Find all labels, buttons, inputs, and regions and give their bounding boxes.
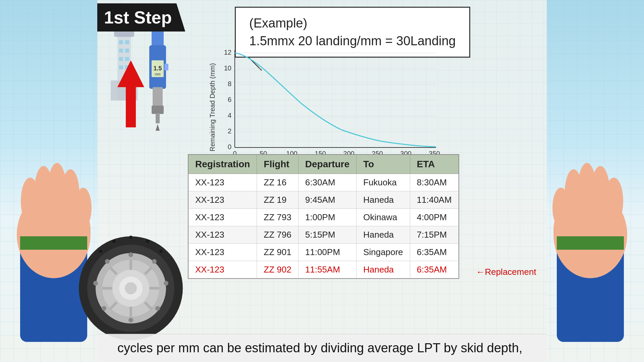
svg-rect-19 xyxy=(152,106,164,114)
cell-registration: XX-123 xyxy=(188,209,257,226)
replacement-label: ←Replacement xyxy=(476,267,536,277)
table-row: XX-123 ZZ 793 1:00PM Okinawa 4:00PM xyxy=(188,209,459,226)
table-row: XX-123 ZZ 19 9:45AM Haneda 11:40AM xyxy=(188,191,459,209)
cell-eta: 11:40AM xyxy=(410,191,459,209)
example-line1: (Example) xyxy=(249,14,456,32)
svg-text:0: 0 xyxy=(228,143,231,150)
col-to: To xyxy=(357,155,410,174)
subtitle-text: cycles per mm can be estimated by dividi… xyxy=(117,341,522,355)
svg-rect-20 xyxy=(156,113,160,123)
cell-registration: XX-123 xyxy=(188,191,257,209)
svg-point-44 xyxy=(105,259,110,264)
step-label: 1st Step xyxy=(104,8,172,27)
col-departure: Departure xyxy=(298,155,356,174)
cell-eta-red: 6:35AM xyxy=(410,261,459,279)
svg-text:10: 10 xyxy=(224,64,231,72)
cell-flight: ZZ 796 xyxy=(257,226,298,244)
replacement-arrow: ←Replacement xyxy=(476,267,536,277)
cell-departure: 11:00PM xyxy=(298,244,356,261)
svg-point-48 xyxy=(159,250,163,253)
cell-flight: ZZ 16 xyxy=(257,174,298,191)
col-registration: Registration xyxy=(188,155,257,174)
cell-to: Okinawa xyxy=(357,209,410,226)
cell-registration: XX-123 xyxy=(188,226,257,244)
svg-text:6: 6 xyxy=(228,96,231,103)
table-row-replacement: XX-123 ZZ 902 11:55AM Haneda 6:35AM xyxy=(188,261,459,279)
cell-departure: 5:15PM xyxy=(298,226,356,244)
svg-rect-67 xyxy=(557,236,624,250)
cell-eta: 7:15PM xyxy=(410,226,459,244)
cell-departure: 1:00PM xyxy=(298,209,356,226)
svg-point-47 xyxy=(146,240,149,243)
cell-to-red: Haneda xyxy=(357,261,410,279)
svg-rect-5 xyxy=(119,49,123,53)
cell-departure: 9:45AM xyxy=(298,191,356,209)
cell-departure-red: 11:55AM xyxy=(298,261,356,279)
cell-to: Singapore xyxy=(357,244,410,261)
cell-flight: ZZ 19 xyxy=(257,191,298,209)
svg-rect-4 xyxy=(125,40,129,44)
cell-departure: 6:30AM xyxy=(298,174,356,191)
svg-rect-6 xyxy=(125,49,129,53)
col-eta: ETA xyxy=(410,155,459,174)
svg-point-49 xyxy=(99,250,102,253)
flight-table: Registration Flight Departure To ETA XX-… xyxy=(188,154,459,279)
cell-registration: XX-123 xyxy=(188,244,257,261)
step-banner: 1st Step xyxy=(97,3,185,32)
chart-svg: 0 2 4 6 8 10 12 0 50 100 150 200 250 300… xyxy=(208,44,443,171)
cell-registration-red: XX-123 xyxy=(188,261,257,279)
svg-marker-21 xyxy=(156,124,160,131)
svg-rect-3 xyxy=(119,40,123,44)
flight-table-container: Registration Flight Departure To ETA XX-… xyxy=(188,154,459,279)
svg-point-39 xyxy=(164,281,168,286)
cell-flight: ZZ 793 xyxy=(257,209,298,226)
svg-point-28 xyxy=(125,282,137,294)
cell-flight-red: ZZ 902 xyxy=(257,261,298,279)
svg-text:12: 12 xyxy=(224,49,231,56)
svg-point-43 xyxy=(93,281,98,286)
table-row: XX-123 ZZ 16 6:30AM Fukuoka 8:30AM xyxy=(188,174,459,191)
gauge-tool: 1.5 mm xyxy=(138,20,178,156)
svg-point-46 xyxy=(129,236,132,239)
svg-rect-18 xyxy=(153,87,163,107)
svg-point-38 xyxy=(152,259,157,264)
svg-point-37 xyxy=(128,252,133,257)
cell-registration: XX-123 xyxy=(188,174,257,191)
tire-illustration xyxy=(67,201,195,342)
svg-point-42 xyxy=(102,306,106,311)
chart-container: 0 2 4 6 8 10 12 0 50 100 150 200 250 300… xyxy=(208,44,443,171)
cell-to: Haneda xyxy=(357,226,410,244)
svg-text:Remaining Tread Depth (mm): Remaining Tread Depth (mm) xyxy=(209,63,216,151)
svg-point-40 xyxy=(155,306,160,311)
svg-point-41 xyxy=(128,318,133,322)
cell-eta: 6:35AM xyxy=(410,244,459,261)
col-flight: Flight xyxy=(257,155,298,174)
table-row: XX-123 ZZ 901 11:00PM Singapore 6:35AM xyxy=(188,244,459,261)
hand-right xyxy=(537,141,644,342)
cell-eta: 4:00PM xyxy=(410,209,459,226)
subtitle-bar: cycles per mm can be estimated by dividi… xyxy=(97,334,547,362)
svg-text:2: 2 xyxy=(228,127,231,135)
svg-text:4: 4 xyxy=(228,112,231,119)
cell-eta: 8:30AM xyxy=(410,174,459,191)
cell-to: Haneda xyxy=(357,191,410,209)
table-row: XX-123 ZZ 796 5:15PM Haneda 7:15PM xyxy=(188,226,459,244)
svg-point-66 xyxy=(553,196,624,263)
svg-point-45 xyxy=(112,240,116,243)
svg-text:mm: mm xyxy=(155,72,161,76)
svg-text:1.5: 1.5 xyxy=(153,65,162,72)
svg-text:8: 8 xyxy=(228,80,231,87)
cell-to: Fukuoka xyxy=(357,174,410,191)
svg-rect-17 xyxy=(164,64,168,70)
cell-flight: ZZ 901 xyxy=(257,244,298,261)
